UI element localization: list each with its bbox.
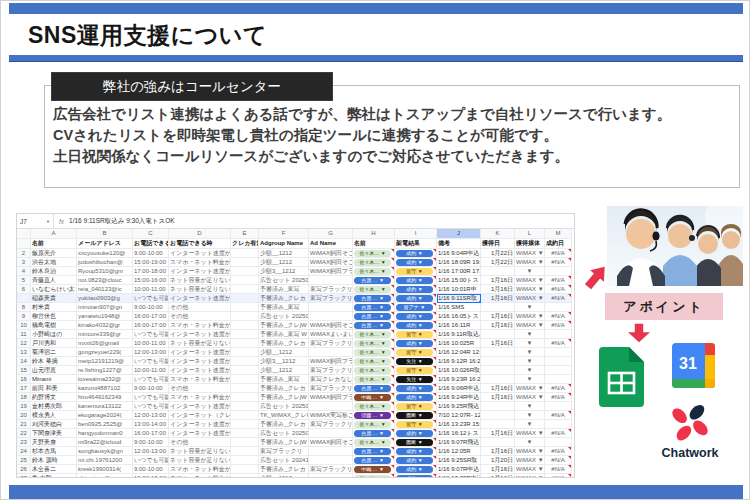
column-header[interactable]: A — [31, 229, 77, 239]
sheet-cell[interactable]: 16:00-17:00 — [133, 429, 169, 438]
row-header[interactable]: 2 — [17, 249, 31, 258]
sheet-cell[interactable] — [231, 474, 259, 478]
sheet-cell[interactable]: 渋谷太地 — [31, 258, 77, 267]
status-dropdown-cell[interactable]: 留守 ▼ — [395, 402, 437, 411]
media-dropdown[interactable]: WiMAX ▼ — [515, 384, 545, 393]
sheet-cell[interactable]: 鈴木 源時 — [31, 456, 77, 465]
status-dropdown-cell[interactable]: 成約 ▼ — [395, 465, 437, 474]
sheet-cell[interactable] — [481, 375, 515, 384]
row-header[interactable]: 5 — [17, 276, 31, 285]
sheet-cell[interactable]: #N/A — [545, 285, 572, 294]
status-dropdown[interactable]: 留守 ▼ — [396, 268, 433, 275]
sheet-header-cell[interactable]: Adgroup Name — [259, 239, 309, 249]
sheet-cell[interactable]: WiMAX飼田そこ — [309, 249, 353, 258]
sheet-cell[interactable]: 予審済み_クレjW — [259, 438, 309, 447]
sheet-cell[interactable] — [545, 375, 572, 384]
formula-input[interactable]: 1/16 9:11SR取込み 9:30入電トスOK — [69, 217, 174, 226]
assignee-dropdown[interactable]: 吉原 … ▼ — [354, 457, 391, 464]
sheet-cell[interactable]: 16:00-17:00 — [133, 321, 169, 330]
row-header[interactable]: 15 — [17, 366, 31, 375]
status-dropdown-cell[interactable]: 成約 ▼ — [395, 339, 437, 348]
status-dropdown[interactable]: 留守 ▼ — [396, 421, 433, 428]
sheet-header-cell[interactable]: お電話できる時 — [133, 239, 169, 249]
assignee-dropdown[interactable]: 佐々木… ▼ — [354, 259, 391, 266]
sheet-cell[interactable]: 1/16 13:23R 15:19R 1/19 1 — [437, 420, 481, 429]
column-header[interactable]: J — [437, 229, 481, 239]
selected-cell[interactable]: 1/16 9:11SR取 — [437, 294, 481, 303]
assignee-dropdown-cell[interactable]: 中嶋 … ▼ — [353, 465, 395, 474]
row-header[interactable]: 11 — [17, 330, 31, 339]
row-header[interactable]: 24 — [17, 447, 31, 456]
sheet-cell[interactable]: 予審済み_クレjW — [259, 321, 309, 330]
cell-name-box[interactable]: J7 ▼ — [17, 214, 54, 228]
column-header[interactable]: L — [515, 229, 545, 239]
sheet-cell[interactable]: kazumi4887102 — [77, 384, 133, 393]
row-header[interactable]: 6 — [17, 285, 31, 294]
status-dropdown[interactable]: 成約 ▼ — [396, 295, 433, 302]
sheet-cell[interactable]: judoshibuchan@ — [77, 258, 133, 267]
sheet-cell[interactable]: 12:00-13:00 — [133, 447, 169, 456]
sheet-cell[interactable]: 15:00-16:00 — [133, 276, 169, 285]
sheet-cell[interactable]: いつでも可能 — [133, 402, 169, 411]
media-dropdown[interactable]: ▼ — [515, 402, 545, 411]
sheet-cell[interactable]: スマホ・ネット料金が高い — [169, 474, 231, 478]
status-dropdown[interactable]: 失注 ▼ — [396, 376, 433, 383]
sheet-cell[interactable]: インターネット速度が遅い — [169, 348, 231, 357]
sheet-cell[interactable]: WiMAX飼田ブラ — [309, 393, 353, 402]
sheet-cell[interactable] — [309, 312, 353, 321]
sheet-cell[interactable]: インターネット速度が遅い — [169, 294, 231, 303]
sheet-cell[interactable]: 1月20日 — [481, 456, 515, 465]
sheet-cell[interactable]: 東写ブラックリ — [259, 447, 309, 456]
sheet-cell[interactable]: 12:00-13:00 — [133, 474, 169, 478]
sheet-cell[interactable]: 1月16日 — [481, 447, 515, 456]
media-dropdown[interactable]: ▼ — [515, 267, 545, 276]
assignee-dropdown-cell[interactable]: 吉原 … ▼ — [353, 384, 395, 393]
sheet-cell[interactable]: 広告セット 20250111049400 — [259, 429, 309, 438]
sheet-cell[interactable] — [231, 456, 259, 465]
sheet-cell[interactable]: スマホ・ネット料金が高い — [169, 375, 231, 384]
media-dropdown[interactable]: WiMAX ▼ — [515, 312, 545, 321]
sheet-cell[interactable]: mxxit26@gmail — [77, 339, 133, 348]
media-dropdown[interactable]: WiMAX ▼ — [515, 456, 545, 465]
sheet-cell[interactable]: #N/A — [545, 384, 572, 393]
status-dropdown-cell[interactable]: 成約 ▼ — [395, 249, 437, 258]
sheet-cell[interactable]: 少額__1212 — [259, 249, 309, 258]
sheet-cell[interactable]: 1/16 16:12トス — [437, 429, 481, 438]
assignee-dropdown[interactable]: 佐々木… ▼ — [354, 421, 391, 428]
assignee-dropdown[interactable]: 佐々木… ▼ — [354, 340, 391, 347]
chevron-down-icon[interactable]: ▼ — [46, 219, 50, 224]
sheet-cell[interactable]: 1月22日 — [481, 249, 515, 258]
sheet-cell[interactable] — [309, 402, 353, 411]
sheet-cell[interactable]: インターネット速度が遅い — [169, 357, 231, 366]
sheet-cell[interactable] — [481, 402, 515, 411]
status-dropdown-cell[interactable]: 失注 ▼ — [395, 375, 437, 384]
row-header[interactable]: 4 — [17, 267, 31, 276]
sheet-cell[interactable]: 1月22日 — [481, 258, 515, 267]
sheet-cell[interactable]: 1月16日 — [481, 393, 515, 402]
sheet-cell[interactable]: 15:00-19:00 — [133, 258, 169, 267]
sheet-cell[interactable] — [545, 303, 572, 312]
sheet-cell[interactable] — [481, 438, 515, 447]
media-dropdown[interactable]: WiMAX ▼ — [515, 393, 545, 402]
sheet-cell[interactable]: reia_040123@ic — [77, 285, 133, 294]
sheet-cell[interactable]: 1月16日 — [481, 312, 515, 321]
assignee-dropdown-cell[interactable]: 佐々木… ▼ — [353, 375, 395, 384]
assignee-dropdown[interactable]: 吉原 … ▼ — [354, 277, 391, 284]
sheet-header-cell[interactable]: 名前 — [31, 239, 77, 249]
sheet-cell[interactable] — [231, 339, 259, 348]
sheet-cell[interactable]: 7/10 12:07R- 12:36R- 7/22 15 — [437, 411, 481, 420]
sheet-cell[interactable] — [481, 420, 515, 429]
assignee-dropdown-cell[interactable]: 佐々木… ▼ — [353, 249, 395, 258]
status-dropdown[interactable]: 成約 ▼ — [396, 340, 433, 347]
sheet-cell[interactable]: 少額__1212 — [259, 474, 309, 478]
sheet-cell[interactable]: mincore339@gr — [77, 330, 133, 339]
assignee-dropdown-cell[interactable]: 佐々木… ▼ — [353, 330, 395, 339]
sheet-cell[interactable]: 東写ブラックリ — [309, 420, 353, 429]
sheet-cell[interactable]: mi9ra22@icloud — [77, 438, 133, 447]
sheet-cell[interactable] — [231, 258, 259, 267]
sheet-cell[interactable]: 予審済み_クレカ — [259, 339, 309, 348]
status-dropdown-cell[interactable]: 成約 ▼ — [395, 474, 437, 478]
column-header[interactable]: H — [353, 229, 395, 239]
sheet-cell[interactable] — [231, 366, 259, 375]
sheet-cell[interactable]: 鈴木良治 — [31, 267, 77, 276]
